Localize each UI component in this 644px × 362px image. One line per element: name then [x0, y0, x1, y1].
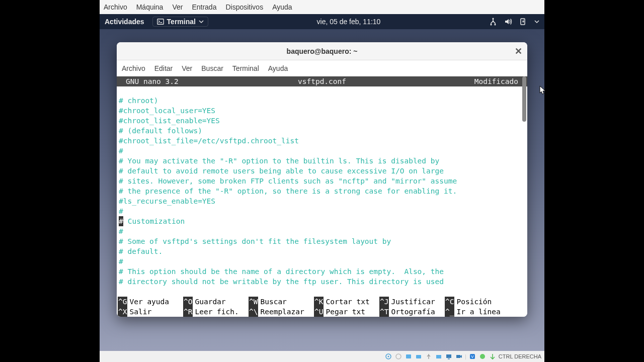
power-icon — [519, 18, 527, 26]
chevron-down-icon — [199, 19, 204, 24]
nano-status: Modificado — [474, 76, 518, 86]
chevron-down-icon — [534, 19, 539, 24]
network-icon — [489, 18, 497, 26]
vbox-vboxmgr-icon[interactable]: V — [468, 352, 476, 360]
svg-point-6 — [387, 356, 389, 357]
svg-point-1 — [493, 18, 494, 20]
nano-header: GNU nano 3.2 vsftpd.conf Modificado — [117, 76, 527, 86]
active-app-label: Terminal — [167, 18, 196, 26]
svg-rect-12 — [448, 358, 450, 359]
vbox-recording-icon[interactable] — [455, 352, 463, 360]
nano-shortcut: ^XSalir — [118, 307, 183, 317]
terminal-icon — [157, 18, 164, 25]
nano-shortcut: ^GVer ayuda — [118, 297, 183, 307]
svg-point-16 — [480, 354, 485, 359]
nano-shortcut: ^OGuardar — [183, 297, 249, 307]
term-menu-terminal[interactable]: Terminal — [232, 64, 259, 72]
vbox-hdd-icon[interactable] — [384, 352, 392, 360]
clock[interactable]: vie, 05 de feb, 11:10 — [317, 18, 381, 26]
svg-point-3 — [495, 24, 496, 26]
vbox-audio-icon[interactable] — [405, 352, 413, 360]
svg-rect-13 — [456, 355, 460, 358]
svg-rect-10 — [436, 355, 441, 358]
vm-viewport: Archivo Máquina Ver Entrada Dispositivos… — [100, 0, 544, 362]
vbox-usb-icon[interactable] — [425, 352, 433, 360]
terminal-body[interactable]: GNU nano 3.2 vsftpd.conf Modificado # ch… — [117, 76, 527, 317]
vbox-menu-archivo[interactable]: Archivo — [104, 3, 127, 11]
terminal-window: baquero@baquero: ~ ✕ Archivo Editar Ver … — [117, 42, 527, 317]
vbox-menu-dispositivos[interactable]: Dispositivos — [225, 3, 263, 11]
term-menu-ayuda[interactable]: Ayuda — [268, 64, 288, 72]
terminal-title: baquero@baquero: ~ — [287, 47, 358, 55]
nano-filename: vsftpd.conf — [298, 76, 346, 86]
svg-rect-0 — [157, 19, 163, 25]
nano-shortcut: ^JJustificar — [379, 297, 445, 307]
svg-text:V: V — [471, 354, 474, 359]
vbox-network-icon[interactable] — [415, 352, 423, 360]
nano-shortcut: ^WBuscar — [249, 297, 314, 307]
svg-point-7 — [396, 354, 401, 359]
scrollbar-thumb[interactable] — [522, 76, 526, 122]
vbox-keyboard-icon[interactable] — [489, 352, 497, 360]
nano-app-name: GNU nano 3.2 — [126, 76, 179, 86]
terminal-titlebar[interactable]: baquero@baquero: ~ ✕ — [117, 42, 527, 60]
nano-shortcut-bar: ^GVer ayuda^OGuardar^WBuscar^KCortar txt… — [117, 297, 527, 317]
nano-shortcut: ^\Reemplazar — [249, 307, 314, 317]
active-app-indicator[interactable]: Terminal — [152, 17, 208, 27]
gnome-topbar: Actividades Terminal vie, 05 de feb, 11:… — [100, 14, 544, 29]
term-menu-buscar[interactable]: Buscar — [201, 64, 223, 72]
system-tray[interactable] — [489, 18, 539, 26]
vbox-menu-ayuda[interactable]: Ayuda — [272, 3, 292, 11]
vbox-mouse-integration-icon[interactable] — [478, 352, 487, 360]
vbox-statusbar: | V CTRL DERECHA — [100, 351, 544, 362]
svg-rect-9 — [416, 355, 421, 358]
svg-point-2 — [491, 24, 492, 26]
term-menu-archivo[interactable]: Archivo — [122, 64, 145, 72]
vbox-optical-icon[interactable] — [394, 352, 403, 360]
nano-shortcut: ^CPosición — [445, 297, 510, 307]
terminal-menubar: Archivo Editar Ver Buscar Terminal Ayuda — [117, 60, 527, 76]
nano-shortcut: ^_Ir a línea — [445, 307, 510, 317]
svg-rect-11 — [446, 354, 451, 358]
vbox-menu-ver[interactable]: Ver — [172, 3, 183, 11]
desktop: baquero@baquero: ~ ✕ Archivo Editar Ver … — [100, 29, 544, 351]
term-menu-ver[interactable]: Ver — [182, 64, 192, 72]
nano-shortcut: ^KCortar txt — [314, 297, 379, 307]
nano-shortcut: ^RLeer fich. — [183, 307, 249, 317]
nano-editor-content[interactable]: # chroot) #chroot_local_user=YES #chroot… — [117, 86, 527, 297]
vbox-menubar: Archivo Máquina Ver Entrada Dispositivos… — [100, 0, 544, 14]
nano-shortcut: ^TOrtografía — [379, 307, 445, 317]
vbox-hostkey-label: CTRL DERECHA — [499, 353, 541, 359]
activities-button[interactable]: Actividades — [105, 18, 144, 26]
term-menu-editar[interactable]: Editar — [154, 64, 173, 72]
vbox-menu-maquina[interactable]: Máquina — [136, 3, 164, 11]
terminal-scrollbar[interactable] — [522, 76, 526, 317]
vbox-menu-entrada[interactable]: Entrada — [192, 3, 216, 11]
vbox-shared-folder-icon[interactable] — [435, 352, 443, 360]
nano-shortcut: ^UPegar txt — [314, 307, 379, 317]
vbox-display-icon[interactable] — [445, 352, 453, 360]
volume-icon — [504, 18, 512, 26]
close-button[interactable]: ✕ — [515, 47, 522, 56]
svg-rect-8 — [406, 354, 411, 358]
